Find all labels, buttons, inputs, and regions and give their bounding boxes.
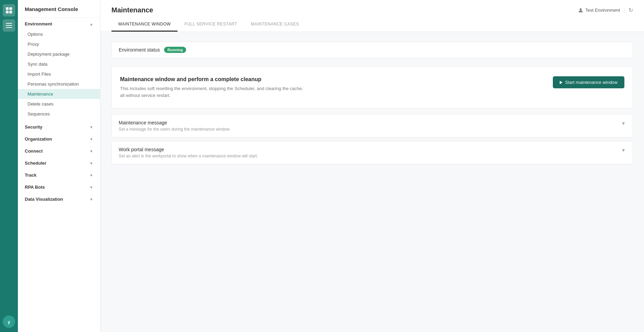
sidebar-item-maintenance[interactable]: Maintenance (18, 89, 100, 99)
start-maintenance-label: Start maintenance window (565, 80, 618, 85)
track-chevron-icon: ▼ (89, 173, 93, 177)
scheduler-section-label: Scheduler (25, 161, 46, 166)
tabs: MAINTENANCE WINDOW FULL SERVICE RESTART … (111, 19, 633, 32)
organization-section-header[interactable]: Organization ▼ (18, 133, 100, 145)
tab-maintenance-window[interactable]: MAINTENANCE WINDOW (111, 19, 178, 32)
scheduler-chevron-icon: ▼ (89, 161, 93, 165)
env-label: Test Environment (586, 8, 620, 13)
sidebar-item-proxy[interactable]: Proxy (18, 39, 100, 49)
connect-chevron-icon: ▼ (89, 149, 93, 153)
header-divider (624, 8, 624, 13)
sidebar-item-options[interactable]: Options (18, 29, 100, 39)
sidebar-item-delete-cases[interactable]: Delete cases (18, 99, 100, 109)
running-badge: Running (164, 47, 186, 53)
environment-section-header[interactable]: Environment ▲ (18, 18, 100, 29)
refresh-icon[interactable]: ↻ (629, 7, 633, 13)
security-section-header[interactable]: Security ▼ (18, 121, 100, 133)
connect-section-label: Connect (25, 148, 43, 154)
svg-rect-6 (6, 27, 12, 28)
svg-rect-1 (9, 7, 12, 10)
track-section-header[interactable]: Track ▼ (18, 169, 100, 181)
work-portal-message-text: Work portal message Set an alert in the … (119, 147, 258, 158)
work-portal-message-title: Work portal message (119, 147, 258, 152)
sidebar-item-personas-synchronization[interactable]: Personas synchronization (18, 79, 100, 89)
sidebar-item-import-files[interactable]: Import Files (18, 69, 100, 79)
maintenance-message-chevron-icon: ▼ (621, 121, 626, 126)
main-content: Maintenance Test Environment ↻ MAINTENAN… (100, 0, 644, 332)
svg-rect-3 (9, 11, 12, 13)
data-visualization-chevron-icon: ▼ (89, 197, 93, 201)
env-status-bar: Environment status Running (111, 42, 633, 58)
sidebar-item-sync-data[interactable]: Sync data (18, 59, 100, 69)
tab-full-service-restart[interactable]: FULL SERVICE RESTART (178, 19, 244, 32)
environment-sub-items: Options Proxy Deployment package Sync da… (18, 29, 100, 121)
connect-section-header[interactable]: Connect ▼ (18, 145, 100, 157)
env-user: Test Environment (578, 8, 620, 13)
work-portal-message-desc: Set an alert in the workportal to show w… (119, 154, 258, 158)
maintenance-message-title: Maintenance message (119, 120, 230, 125)
data-visualization-section-label: Data Visualization (25, 197, 63, 202)
main-header-top: Maintenance Test Environment ↻ (111, 6, 633, 14)
sidebar-toggle-icon[interactable] (3, 19, 15, 32)
scheduler-section-header[interactable]: Scheduler ▼ (18, 157, 100, 169)
card-text-block: Maintenance window and perform a complet… (120, 76, 545, 99)
work-portal-message-chevron-icon: ▼ (621, 147, 626, 153)
tab-maintenance-cases[interactable]: MAINTENANCE CASES (244, 19, 306, 32)
work-portal-message-card: Work portal message Set an alert in the … (111, 141, 633, 164)
logo-icon[interactable] (3, 4, 15, 16)
security-section-label: Security (25, 124, 42, 130)
icon-bar: y (0, 0, 18, 332)
svg-rect-2 (6, 11, 9, 13)
person-icon (578, 8, 583, 13)
user-avatar-icon[interactable]: y (3, 316, 15, 328)
maintenance-action-card: Maintenance window and perform a complet… (111, 66, 633, 109)
maintenance-message-text: Maintenance message Set a message for th… (119, 120, 230, 132)
rpa-bots-chevron-icon: ▼ (89, 185, 93, 189)
data-visualization-section-header[interactable]: Data Visualization ▼ (18, 193, 100, 205)
maintenance-message-card: Maintenance message Set a message for th… (111, 114, 633, 137)
sidebar: Management Console Environment ▲ Options… (18, 0, 100, 332)
rpa-bots-section-header[interactable]: RPA Bots ▼ (18, 181, 100, 193)
svg-rect-0 (6, 7, 9, 10)
start-maintenance-button[interactable]: Start maintenance window (553, 76, 624, 88)
page-title: Maintenance (111, 6, 153, 14)
environment-section-label: Environment (25, 21, 52, 26)
rpa-bots-section-label: RPA Bots (25, 185, 45, 190)
organization-section-label: Organization (25, 136, 52, 142)
svg-rect-5 (6, 25, 12, 26)
content-area: Environment status Running Maintenance w… (100, 32, 644, 332)
play-icon (560, 81, 562, 84)
organization-chevron-icon: ▼ (89, 137, 93, 141)
main-card-inner: Maintenance window and perform a complet… (120, 76, 624, 99)
maintenance-message-desc: Set a message for the users during the m… (119, 127, 230, 132)
track-section-label: Track (25, 173, 36, 178)
environment-chevron-icon: ▲ (89, 22, 93, 26)
security-chevron-icon: ▼ (89, 125, 93, 129)
svg-rect-4 (6, 23, 12, 24)
work-portal-message-header[interactable]: Work portal message Set an alert in the … (112, 141, 633, 164)
sidebar-item-deployment-package[interactable]: Deployment package (18, 49, 100, 59)
card-description: This includes soft resetting the environ… (120, 85, 545, 99)
svg-point-7 (580, 8, 582, 10)
main-header: Maintenance Test Environment ↻ MAINTENAN… (100, 0, 644, 32)
env-status-label: Environment status (119, 47, 160, 53)
environment-section: Environment ▲ Options Proxy Deployment p… (18, 18, 100, 121)
sidebar-title: Management Console (18, 0, 100, 18)
maintenance-message-header[interactable]: Maintenance message Set a message for th… (112, 114, 633, 137)
card-main-title: Maintenance window and perform a complet… (120, 76, 545, 82)
sidebar-item-sequences[interactable]: Sequences (18, 109, 100, 119)
header-right: Test Environment ↻ (578, 7, 633, 13)
